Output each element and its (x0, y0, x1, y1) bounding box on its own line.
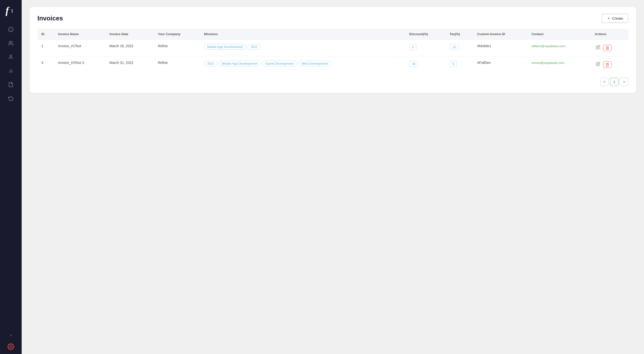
sidebar: f | (0, 0, 22, 354)
plus-icon: ＋ (607, 16, 610, 21)
svg-point-5 (9, 41, 11, 43)
col-actions: Actions (591, 29, 628, 39)
create-label: Create (612, 16, 623, 20)
cell-discount: 30 (406, 56, 446, 73)
edit-button[interactable] (595, 61, 601, 68)
prev-page-button[interactable]: < (600, 78, 608, 86)
cell-id: 1 (38, 39, 54, 56)
app-logo[interactable]: f | (4, 4, 17, 17)
cell-custom-invoice-id: #Mobile1 (473, 39, 528, 56)
contact-email: emma@supabase.com (532, 61, 564, 65)
cell-company: Refine (154, 56, 200, 73)
page-title: Invoices (38, 14, 63, 22)
col-discount: Discount(%) (406, 29, 446, 39)
col-invoice-date: Invoice Date (106, 29, 154, 39)
cell-contact: emma@supabase.com (528, 56, 591, 73)
cell-invoice-name: Invoice_#1Test (54, 39, 106, 56)
cell-contact: william@supabase.com (528, 39, 591, 56)
main-content: Invoices ＋ Create ID Invoice Name Invoic… (22, 0, 644, 354)
contact-email: william@supabase.com (532, 44, 565, 48)
svg-point-6 (10, 55, 12, 57)
cell-tax: 5 (446, 56, 473, 73)
analytics-icon[interactable] (6, 65, 16, 76)
cell-missions: SEOMobile App DevelopmentGame Developmen… (200, 56, 406, 73)
svg-text:f: f (6, 5, 10, 16)
delete-button[interactable] (603, 45, 612, 51)
settings-icon[interactable] (0, 343, 22, 350)
mission-tag: SEO (248, 44, 260, 50)
table-row: 1Invoice_#1TestMarch 16, 2022RefineMobil… (38, 39, 628, 56)
mission-tag: Web Development (298, 61, 331, 66)
mission-tag: Mobile App Development (204, 44, 246, 50)
table-row: 3Invoice_#3Test 3March 31, 2022RefineSEO… (38, 56, 628, 73)
refresh-icon[interactable] (6, 93, 16, 104)
mission-tag: SEO (204, 61, 217, 66)
tax-badge: 10 (450, 44, 458, 50)
page-1-button[interactable]: 1 (610, 78, 618, 86)
col-missions: Missions (200, 29, 406, 39)
cell-missions: Mobile App DevelopmentSEO (200, 39, 406, 56)
edit-button[interactable] (595, 44, 601, 52)
svg-point-10 (10, 346, 12, 348)
user-icon[interactable] (6, 52, 16, 62)
users-icon[interactable] (6, 38, 16, 49)
svg-text:|: | (11, 8, 12, 13)
create-button[interactable]: ＋ Create (602, 14, 628, 23)
card-header: Invoices ＋ Create (38, 14, 628, 23)
delete-button[interactable] (603, 61, 612, 68)
cell-tax: 10 (446, 39, 473, 56)
cell-id: 3 (38, 56, 54, 73)
tax-badge: 5 (450, 61, 457, 67)
cell-company: Refine (154, 39, 200, 56)
col-custom-invoice-id: Custom Invoice ID (473, 29, 528, 39)
cell-actions (591, 56, 628, 73)
cell-actions (591, 39, 628, 56)
cell-invoice-date: March 31, 2022 (106, 56, 154, 73)
document-icon[interactable] (6, 79, 16, 90)
pagination: < 1 > (38, 78, 628, 86)
invoices-card: Invoices ＋ Create ID Invoice Name Invoic… (30, 7, 636, 93)
next-page-button[interactable]: > (620, 78, 628, 86)
cell-invoice-date: March 16, 2022 (106, 39, 154, 56)
discount-badge: 30 (409, 61, 418, 67)
sidebar-expand-button[interactable]: > (0, 331, 22, 339)
col-contact: Contact (528, 29, 591, 39)
col-id: ID (38, 29, 54, 39)
col-tax: Tax(%) (446, 29, 473, 39)
col-invoice-name: Invoice Name (54, 29, 106, 39)
col-your-company: Your Company (154, 29, 200, 39)
cell-discount: 5 (406, 39, 446, 56)
discount-badge: 5 (409, 44, 416, 50)
info-icon[interactable] (6, 24, 16, 35)
mission-tag: Game Development (262, 61, 297, 66)
cell-invoice-name: Invoice_#3Test 3 (54, 56, 106, 73)
invoices-table: ID Invoice Name Invoice Date Your Compan… (38, 29, 628, 73)
mission-tag: Mobile App Development (219, 61, 261, 66)
table-header-row: ID Invoice Name Invoice Date Your Compan… (38, 29, 628, 39)
cell-custom-invoice-id: #FullDev (473, 56, 528, 73)
